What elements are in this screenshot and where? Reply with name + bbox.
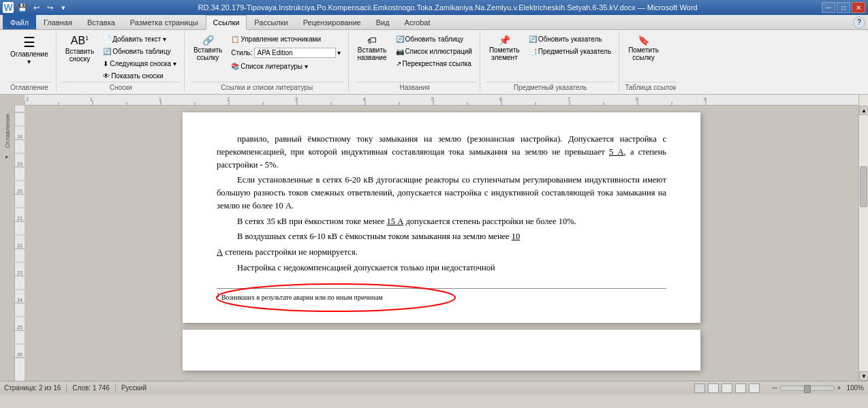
help-button[interactable]: ?	[853, 16, 865, 29]
insert-caption-button[interactable]: 🏷 Вставитьназвание	[354, 33, 390, 63]
maximize-button[interactable]: □	[837, 2, 850, 13]
undo-button[interactable]: ↩	[30, 1, 42, 14]
tab-mailings[interactable]: Рассылки	[247, 15, 295, 29]
mark-citation-button[interactable]: 🔖 Пометитьссылку	[625, 33, 662, 63]
scroll-up-button[interactable]: ▲	[859, 106, 868, 115]
zoom-controls: ─ + 100%	[772, 384, 864, 392]
para-2: Если установленные в сетях 6-20 кВ дугог…	[217, 174, 666, 212]
scrollbar-thumb[interactable]	[860, 166, 867, 207]
status-sep-1	[66, 384, 67, 392]
redo-button[interactable]: ↪	[44, 1, 56, 14]
insert-index-btn[interactable]: 📑Предметный указатель	[525, 46, 615, 57]
insert-footnote-button[interactable]: AB1 Вставитьсноску	[62, 33, 97, 65]
group-toc-label: Оглавление	[7, 82, 52, 91]
style-btn[interactable]: Стиль: APA Edition ▾	[228, 46, 343, 60]
page-1: правило, равный ёмкостному току замыкани…	[183, 112, 700, 323]
svg-text:19: 19	[17, 161, 22, 166]
zoom-plus[interactable]: +	[837, 384, 841, 392]
illustrations-list-btn[interactable]: 📷Список иллюстраций	[392, 46, 476, 57]
next-footnote-btn[interactable]: ⬇Следующая сноска ▾	[99, 58, 180, 69]
tab-file[interactable]: Файл	[3, 15, 36, 29]
ribbon-content: ☰ Оглавление▾ Оглавление AB1 Вставитьсно…	[0, 30, 868, 94]
save-button[interactable]: 💾	[16, 1, 29, 14]
svg-text:23: 23	[17, 270, 22, 275]
draft-view-btn[interactable]	[749, 383, 760, 393]
status-bar: Страница: 2 из 16 Слов: 1 746 Русский ─ …	[0, 381, 868, 394]
svg-text:3: 3	[295, 97, 298, 101]
para-4: В воздушных сетях 6-10 кВ с ёмкостным то…	[217, 230, 666, 243]
page-text: правило, равный ёмкостному току замыкани…	[217, 133, 666, 274]
group-citations: 🔗 Вставитьссылку 📋Управление источниками…	[186, 31, 349, 91]
tab-acrobat[interactable]: Acrobat	[397, 15, 438, 29]
para-4-cont: А степень расстройки не нормируется.	[217, 246, 666, 259]
group-captions-label: Названия	[354, 82, 476, 91]
citations-col: 📋Управление источниками Стиль: APA Editi…	[228, 33, 343, 72]
tab-view[interactable]: Вид	[369, 15, 397, 29]
scroll-down-button[interactable]: ▼	[859, 371, 868, 381]
insert-footnote-label: Вставитьсноску	[65, 48, 94, 63]
page-indicator: Страница: 2 из 16	[4, 384, 61, 392]
window-controls: ─ □ ✕	[822, 2, 865, 13]
tab-references[interactable]: Ссылки	[206, 15, 247, 30]
svg-text:18: 18	[17, 134, 22, 139]
svg-text:5: 5	[431, 97, 434, 101]
close-button[interactable]: ✕	[852, 2, 865, 13]
show-footnotes-btn[interactable]: 👁Показать сноски	[99, 70, 180, 82]
footnote-col: 📄Добавить текст ▾ 🔄Обновить таблицу ⬇Сле…	[99, 33, 180, 82]
bibliography-btn[interactable]: 📚Список литературы ▾	[228, 61, 343, 72]
svg-text:4: 4	[363, 97, 366, 101]
zoom-thumb[interactable]	[804, 385, 811, 393]
web-view-btn[interactable]	[722, 383, 732, 393]
update-index-btn[interactable]: 🔄Обновить указатель	[525, 33, 615, 45]
outline-arrow[interactable]: ▸	[5, 153, 9, 160]
left-sidebar: Оглавление ▸	[0, 106, 15, 381]
vertical-ruler: 18 19 20 21 22 23 24 25 26	[15, 106, 25, 381]
ruler-side-left	[0, 95, 15, 106]
window-title: RD.34.20.179-Tipovaya.Instrukciya.Po.Kom…	[74, 3, 822, 12]
vruler-svg: 18 19 20 21 22 23 24 25 26	[15, 106, 25, 381]
group-captions-content: 🏷 Вставитьназвание 🔄Обновить таблицу 📷Сп…	[354, 31, 476, 82]
mark-entry-label: Пометитьэлемент	[489, 46, 520, 61]
svg-text:22: 22	[17, 243, 22, 248]
zoom-minus[interactable]: ─	[772, 384, 777, 392]
style-selector[interactable]: APA Edition	[254, 48, 336, 58]
print-view-btn[interactable]	[694, 383, 705, 393]
zoom-slider[interactable]	[780, 386, 835, 391]
ruler-container: 2 1 1 2 3 4 5 6 7 8	[0, 95, 868, 106]
mark-citation-label: Пометитьссылку	[628, 46, 659, 61]
underline-a: А	[217, 247, 223, 257]
mark-entry-button[interactable]: 📌 Пометитьэлемент	[486, 33, 523, 63]
group-ta-label: Таблица ссылок	[625, 82, 676, 91]
svg-rect-0	[25, 95, 858, 105]
update-table-fn-btn[interactable]: 🔄Обновить таблицу	[99, 46, 180, 57]
scrollbar-right[interactable]: ▲ ▼	[858, 106, 868, 381]
fullscreen-view-btn[interactable]	[708, 383, 719, 393]
mark-citation-icon: 🔖	[638, 35, 649, 45]
index-col: 🔄Обновить указатель 📑Предметный указател…	[525, 33, 615, 57]
minimize-button[interactable]: ─	[822, 2, 835, 13]
svg-text:21: 21	[17, 216, 22, 221]
footnote-icon: AB1	[71, 35, 89, 46]
toc-button[interactable]: ☰ Оглавление▾	[7, 33, 52, 67]
update-table-cap-btn[interactable]: 🔄Обновить таблицу	[392, 33, 476, 45]
outline-label: Оглавление	[3, 111, 12, 151]
svg-text:6: 6	[499, 97, 502, 101]
tab-review[interactable]: Рецензирование	[296, 15, 369, 29]
scrollbar-track[interactable]	[859, 115, 868, 371]
outline-view-btn[interactable]	[735, 383, 746, 393]
svg-text:7: 7	[568, 97, 570, 101]
tab-layout[interactable]: Разметка страницы	[123, 15, 206, 29]
cross-reference-btn[interactable]: ↗Перекрестная ссылка	[392, 58, 476, 69]
ruler-svg: 2 1 1 2 3 4 5 6 7 8	[25, 95, 858, 105]
group-toc: ☰ Оглавление▾ Оглавление	[3, 31, 57, 91]
quick-access-dropdown[interactable]: ▾	[57, 1, 69, 14]
svg-text:1: 1	[159, 97, 161, 101]
tab-insert[interactable]: Вставка	[80, 15, 123, 29]
tab-main[interactable]: Главная	[36, 15, 80, 29]
add-text-btn[interactable]: 📄Добавить текст ▾	[99, 33, 180, 45]
group-table-authorities: 🔖 Пометитьссылку Таблица ссылок	[621, 31, 680, 91]
para-1: правило, равный ёмкостному току замыкани…	[217, 133, 666, 171]
document-area[interactable]: правило, равный ёмкостному току замыкани…	[25, 106, 858, 381]
manage-sources-btn[interactable]: 📋Управление источниками	[228, 33, 343, 45]
insert-citation-button[interactable]: 🔗 Вставитьссылку	[190, 33, 226, 63]
